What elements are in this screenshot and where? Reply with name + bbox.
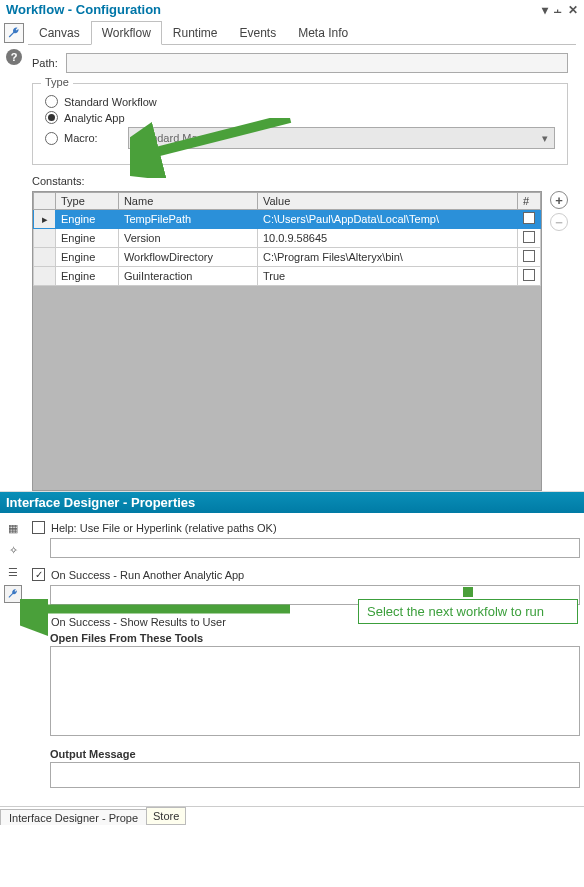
tab-canvas[interactable]: Canvas (28, 21, 91, 44)
path-input[interactable] (66, 53, 568, 73)
on-success-results-label: On Success - Show Results to User (51, 616, 226, 628)
radio-analytic-app[interactable]: Analytic App (45, 111, 555, 124)
tab-runtime[interactable]: Runtime (162, 21, 229, 44)
help-label: Help: Use File or Hyperlink (relative pa… (51, 522, 277, 534)
tab-events[interactable]: Events (229, 21, 288, 44)
properties-wrench-icon[interactable] (4, 585, 22, 603)
open-files-label: Open Files From These Tools (50, 632, 580, 644)
radio-macro[interactable]: Macro: Standard Macro ▾ (45, 127, 555, 149)
table-row[interactable]: EngineWorkflowDirectoryC:\Program Files\… (34, 248, 541, 267)
path-label: Path: (32, 57, 58, 69)
layout-icon[interactable]: ▦ (4, 519, 22, 537)
close-icon[interactable]: ✕ (568, 3, 578, 17)
dropdown-icon[interactable]: ▾ (542, 3, 548, 17)
type-legend: Type (41, 76, 73, 88)
footer-tab-store[interactable]: Store (146, 807, 186, 825)
radio-standard-workflow[interactable]: Standard Workflow (45, 95, 555, 108)
on-success-run-checkbox[interactable]: ✓ (32, 568, 45, 581)
config-tabs: Canvas Workflow Runtime Events Meta Info (28, 21, 576, 45)
radio-standard-label: Standard Workflow (64, 96, 157, 108)
interface-designer-title: Interface Designer - Properties (0, 492, 584, 513)
magic-icon[interactable]: ✧ (4, 541, 22, 559)
macro-type-dropdown[interactable]: Standard Macro ▾ (128, 127, 555, 149)
add-constant-button[interactable]: + (550, 191, 568, 209)
type-group: Type Standard Workflow Analytic App Macr… (32, 83, 568, 165)
workflow-config-title: Workflow - Configuration (6, 2, 161, 17)
tab-workflow[interactable]: Workflow (91, 21, 162, 45)
macro-dropdown-value: Standard Macro (135, 132, 213, 144)
remove-constant-button[interactable]: − (550, 213, 568, 231)
on-success-app-input[interactable] (50, 585, 580, 605)
constants-label: Constants: (32, 175, 568, 187)
table-row[interactable]: ▸EngineTempFilePathC:\Users\Paul\AppData… (34, 210, 541, 229)
on-success-run-label: On Success - Run Another Analytic App (51, 569, 244, 581)
on-success-results-checkbox[interactable]: ✓ (32, 615, 45, 628)
tab-metainfo[interactable]: Meta Info (287, 21, 359, 44)
wrench-icon[interactable] (4, 23, 24, 43)
col-name[interactable]: Name (118, 193, 257, 210)
table-row[interactable]: EngineVersion10.0.9.58645 (34, 229, 541, 248)
help-icon[interactable]: ? (6, 49, 22, 65)
col-type[interactable]: Type (56, 193, 119, 210)
pin-icon[interactable]: ⫠ (552, 3, 564, 17)
chevron-down-icon: ▾ (542, 132, 548, 145)
table-row[interactable]: EngineGuiInteractionTrue (34, 267, 541, 286)
open-files-list[interactable] (50, 646, 580, 736)
tree-icon[interactable]: ☰ (4, 563, 22, 581)
help-path-input[interactable] (50, 538, 580, 558)
constants-grid[interactable]: Type Name Value # ▸EngineTempFilePathC:\… (32, 191, 542, 491)
radio-analytic-label: Analytic App (64, 112, 125, 124)
radio-macro-label: Macro: (64, 132, 98, 144)
output-message-label: Output Message (50, 748, 580, 760)
output-message-input[interactable] (50, 762, 580, 788)
col-hash[interactable]: # (518, 193, 541, 210)
footer-tab-interface-designer[interactable]: Interface Designer - Prope (0, 809, 147, 825)
help-checkbox[interactable] (32, 521, 45, 534)
col-value[interactable]: Value (257, 193, 517, 210)
